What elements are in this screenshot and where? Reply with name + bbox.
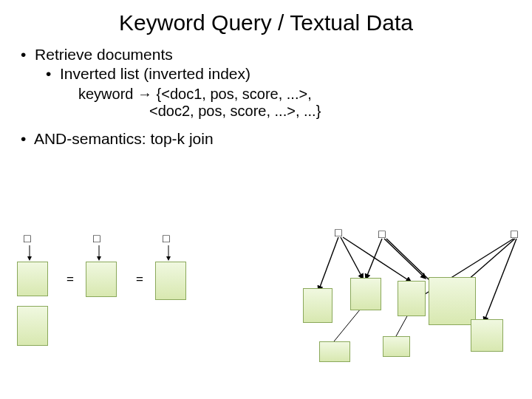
svg-line-12 [334, 309, 361, 341]
doc-box [319, 341, 350, 362]
diagram-canvas: □ □ □ = = □ □ □ [0, 0, 532, 399]
doc-box [383, 336, 410, 357]
svg-line-3 [319, 237, 338, 289]
svg-line-11 [485, 239, 516, 320]
square-marker-icon: □ [378, 228, 386, 241]
square-marker-icon: □ [335, 226, 342, 239]
svg-line-6 [366, 239, 382, 277]
doc-box [471, 319, 503, 352]
equals-sign: = [136, 272, 143, 287]
doc-box [398, 281, 426, 316]
doc-box [350, 278, 381, 310]
svg-line-5 [343, 237, 409, 281]
square-marker-icon: □ [511, 228, 518, 241]
equals-sign: = [66, 272, 74, 287]
square-marker-icon: □ [163, 232, 170, 245]
doc-box [17, 306, 48, 346]
svg-line-13 [396, 315, 408, 336]
square-marker-icon: □ [93, 232, 100, 245]
svg-line-7 [384, 239, 424, 277]
svg-line-4 [341, 237, 362, 277]
square-marker-icon: □ [24, 232, 31, 245]
doc-box [86, 262, 117, 297]
doc-box [17, 262, 48, 296]
doc-box [303, 288, 332, 323]
doc-box [155, 262, 186, 300]
doc-box [429, 277, 476, 325]
